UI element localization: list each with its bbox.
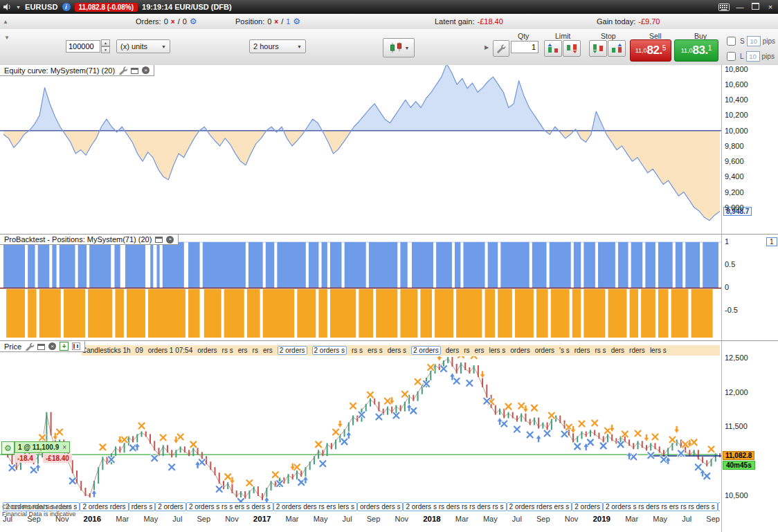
order-group-label[interactable]: 2 orders rders: [80, 502, 128, 511]
order-label: rders: [575, 347, 590, 354]
axis-label: 9,600: [725, 157, 744, 165]
chart-style-button[interactable]: ▼: [383, 38, 415, 57]
time-axis-label: Sep: [197, 515, 210, 523]
close-button[interactable]: ×: [766, 3, 775, 11]
minimize-button[interactable]: —: [735, 3, 745, 11]
close-panel-icon[interactable]: ×: [142, 66, 150, 74]
speaker-icon[interactable]: [3, 3, 12, 11]
orders-working-count: 0: [183, 17, 187, 26]
strategy-gear-button[interactable]: ⚙: [1, 441, 15, 455]
sell-button[interactable]: 11,082.5: [630, 39, 671, 62]
order-group-label[interactable]: 2 orders s rs s ers s ders s: [186, 502, 273, 511]
positions-panel-tab: ProBacktest - Positions: MySystem(71) (2…: [0, 235, 179, 245]
wrench-icon[interactable]: [118, 66, 127, 75]
order-label: 09: [136, 347, 143, 354]
chart-toolbar: ▼ ▲▼ (x) units▼ 2 hours▼ ▼ ▶ Qty Limit: [0, 29, 778, 66]
time-axis-label: Mar: [286, 515, 299, 523]
symbol-dropdown-caret[interactable]: ▼: [16, 5, 21, 10]
axis-label: 1: [725, 237, 729, 246]
limit-buy-icon: [548, 44, 559, 53]
price-change-badge: 11,082.8 (-0.08%): [75, 3, 138, 12]
stop-sell-button[interactable]: [608, 40, 626, 57]
window-titlebar: ▼ EURUSD i 11,082.8 (-0.08%) 19:19:14 EU…: [0, 0, 778, 14]
wrench-icon[interactable]: [25, 342, 34, 351]
order-group-label[interactable]: 2 orders: [572, 502, 603, 511]
close-position-icon[interactable]: ×: [62, 443, 66, 451]
order-group-label[interactable]: 2 orders: [155, 502, 186, 511]
keyboard-icon[interactable]: [718, 3, 730, 11]
positions-chart-canvas[interactable]: [0, 235, 721, 340]
orders-settings-gear-icon[interactable]: ⚙: [190, 17, 197, 26]
quantity-stepper[interactable]: ▲▼: [101, 39, 110, 53]
close-position-icon[interactable]: ×: [274, 18, 278, 26]
time-axis-label: May: [143, 515, 158, 523]
order-group-label[interactable]: ders 9: [718, 502, 720, 511]
order-group-label[interactable]: 2 orders s rs ders rs rs ders rs s: [403, 502, 506, 511]
detach-window-icon[interactable]: [37, 343, 45, 350]
info-icon[interactable]: i: [62, 3, 71, 11]
timeframe-select[interactable]: 2 hours▼: [249, 39, 306, 53]
detach-window-icon[interactable]: [131, 67, 138, 74]
trading-platform-window: ▼ EURUSD i 11,082.8 (-0.08%) 19:19:14 EU…: [0, 0, 778, 532]
time-axis-label: 2018: [423, 515, 441, 523]
units-select[interactable]: (x) units▼: [116, 39, 170, 53]
position-settings-gear-icon[interactable]: ⚙: [293, 17, 300, 26]
expand-right-icon[interactable]: ▶: [485, 44, 489, 51]
limit-buy-button[interactable]: [544, 40, 562, 57]
order-group-label[interactable]: 2 orders ders rs ers lers s: [273, 502, 357, 511]
stop-label: Stop: [601, 32, 616, 40]
collapse-up-icon[interactable]: ▲: [3, 14, 8, 29]
time-axis-label: 2016: [84, 515, 102, 523]
quantity-input[interactable]: [66, 40, 100, 53]
position-count: 1: [286, 17, 290, 26]
close-panel-icon[interactable]: ×: [166, 236, 174, 244]
price-axis: 11,082.8 40m45s 12,50012,00011,50010,500: [721, 341, 778, 532]
order-label: rders: [629, 347, 645, 354]
limit-sell-button[interactable]: [563, 40, 581, 57]
pips-label: pips: [762, 53, 775, 60]
order-group-label[interactable]: orders ders s: [357, 502, 403, 511]
order-label: orders: [510, 347, 530, 354]
order-label: ders: [446, 347, 459, 354]
order-label: 2 orders: [278, 346, 307, 355]
maximize-button[interactable]: [750, 3, 760, 11]
axis-label: 9,800: [725, 142, 744, 150]
collapse-down-icon[interactable]: ▼: [4, 35, 10, 41]
axis-label: 0.5: [725, 260, 735, 268]
stop-checkbox[interactable]: [727, 37, 736, 46]
order-label: ders s: [388, 347, 406, 354]
limit-checkbox[interactable]: [727, 52, 736, 61]
qty-input[interactable]: [511, 41, 539, 53]
orders-position-bar: ▲ Orders: 0 × / 0 ⚙ Position: 0 × / 1 ⚙ …: [0, 14, 778, 30]
backtest-positions-panel: ProBacktest - Positions: MySystem(71) (2…: [0, 235, 778, 341]
price-chart-canvas[interactable]: [0, 356, 721, 504]
latent-gain-label: Latent gain:: [435, 17, 475, 26]
time-axis-label: May: [314, 515, 328, 523]
order-label: lers s: [650, 347, 667, 354]
close-panel-icon[interactable]: ×: [48, 342, 56, 350]
time-axis-label: Sep: [706, 515, 720, 523]
cancel-orders-icon[interactable]: ×: [171, 18, 175, 26]
axis-label: 11,500: [725, 422, 748, 430]
axis-label: 10,400: [725, 95, 748, 104]
open-position-badge[interactable]: 1 @ 11,100.9 ×: [15, 441, 70, 453]
stop-buy-button[interactable]: [589, 40, 607, 57]
equity-chart-canvas[interactable]: [0, 65, 721, 234]
axis-label: 9,000: [725, 203, 744, 212]
add-order-icon[interactable]: [72, 342, 80, 350]
order-group-label[interactable]: rders s: [129, 502, 156, 511]
axis-label: 9,400: [725, 172, 744, 181]
order-group-label[interactable]: 2 orders s rs ders rs ers rs rs ders s: [603, 502, 718, 511]
limit-pips-value[interactable]: 10: [746, 51, 760, 62]
order-settings-button[interactable]: [493, 40, 509, 57]
order-group-label[interactable]: 2 orders rders ers s: [507, 502, 572, 511]
order-label: orders: [197, 347, 217, 354]
time-axis-label: Nov: [395, 515, 408, 523]
candlestick-style-icon: [388, 42, 405, 53]
time-axis: JulSepNov2016MarMayJulSepNov2017MarMayJu…: [3, 515, 720, 523]
stop-pips-value[interactable]: 10: [747, 36, 761, 46]
detach-window-icon[interactable]: [155, 236, 163, 243]
add-indicator-icon[interactable]: +: [60, 342, 69, 351]
buy-button[interactable]: 11,083.1: [674, 39, 718, 62]
price-panel: Candlesticks 1h09orders 1 07:54ordersrs …: [0, 341, 778, 532]
